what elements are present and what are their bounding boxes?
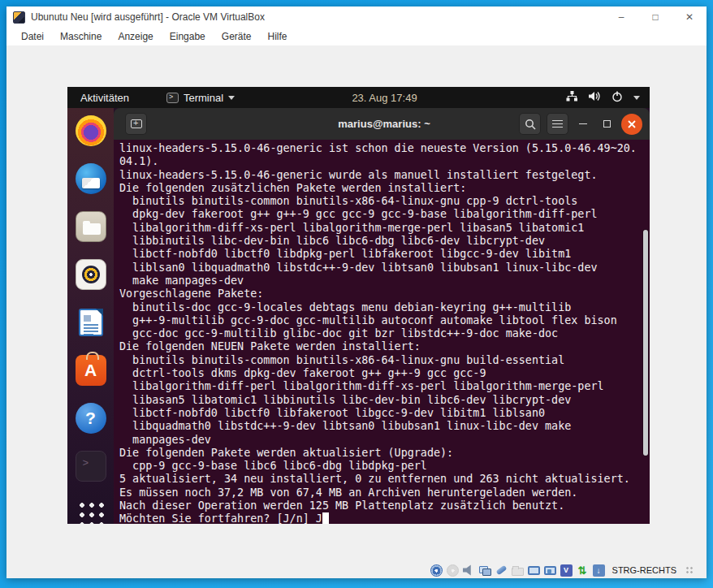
- dock-item-help[interactable]: [75, 403, 107, 434]
- terminal-headerbar: marius@marius: ~: [114, 108, 650, 140]
- terminal-line: make manpages-dev: [119, 275, 647, 288]
- hamburger-icon: [552, 120, 563, 128]
- terminal-line: libbinutils libc-dev-bin libc6 libc6-dbg…: [119, 235, 647, 248]
- close-icon: [627, 119, 637, 129]
- terminal-line: Vorgeschlagene Pakete:: [119, 288, 647, 300]
- app-grid-icon: [77, 500, 105, 524]
- menu-item-anzeige[interactable]: Anzeige: [110, 29, 161, 44]
- shared-folders-status-icon[interactable]: [512, 568, 524, 576]
- keyboard-capture-status-icon[interactable]: [593, 564, 605, 577]
- guest-desktop: marius@marius: ~ linux-headers-5.15.0-46…: [67, 108, 650, 524]
- system-status-area[interactable]: [566, 91, 640, 105]
- vbox-statusbar: STRG-RECHTS: [6, 562, 707, 578]
- rhythmbox-icon: [76, 259, 106, 290]
- vbox-menubar: DateiMaschineAnzeigeEingabeGeräteHilfe: [6, 28, 707, 45]
- search-icon: [525, 119, 536, 130]
- dock-item-libreoffice-writer[interactable]: [75, 307, 107, 338]
- terminal-line: linux-headers-5.15.0-46-generic ist scho…: [119, 142, 647, 155]
- dock-item-terminal-running[interactable]: [75, 451, 107, 482]
- virtualbox-vm-icon: [13, 11, 25, 24]
- terminal-line: libalgorithm-diff-perl libalgorithm-diff…: [119, 380, 647, 393]
- dock: [67, 108, 114, 524]
- terminal-search-button[interactable]: [519, 113, 541, 135]
- chevron-down-icon: [633, 96, 640, 100]
- mouse-integration-status-icon[interactable]: [577, 564, 589, 577]
- terminal-window: marius@marius: ~ linux-headers-5.15.0-46…: [114, 108, 650, 524]
- activities-button[interactable]: Aktivitäten: [77, 92, 132, 104]
- menu-item-eingabe[interactable]: Eingabe: [162, 29, 214, 44]
- terminal-line: 04.1).: [119, 155, 647, 168]
- help-icon: [76, 403, 106, 434]
- recording-status-icon[interactable]: [544, 566, 556, 575]
- resize-grip[interactable]: [685, 566, 694, 574]
- terminal-line: libctf-nobfd0 libctf0 libfakeroot libgcc…: [119, 407, 647, 420]
- app-menu-terminal[interactable]: Terminal: [166, 92, 235, 104]
- dock-item-thunderbird[interactable]: [75, 163, 107, 194]
- menu-item-hilfe[interactable]: Hilfe: [259, 29, 295, 44]
- virtualization-status-icon[interactable]: [560, 564, 573, 577]
- terminal-line: Nach dieser Operation werden 125 MB Plat…: [119, 499, 647, 512]
- terminal-line: g++-9-multilib gcc-9-doc gcc-multilib au…: [119, 314, 647, 327]
- terminal-line: libasan5 libatomic1 libbinutils libc-dev…: [119, 394, 647, 407]
- minimize-icon: [579, 123, 587, 125]
- firefox-icon: [76, 115, 106, 146]
- terminal-line: 5 aktualisiert, 34 neu installiert, 0 zu…: [119, 473, 647, 486]
- terminal-line: binutils-doc gcc-9-locales debtags menu …: [119, 301, 647, 314]
- thunderbird-icon: [76, 163, 106, 194]
- terminal-menu-button[interactable]: [547, 113, 568, 135]
- terminal-line: libctf-nobfd0 libctf0 libdpkg-perl libfa…: [119, 248, 647, 261]
- dock-item-app-grid[interactable]: [75, 499, 107, 524]
- vbox-window-title: Ubunutu Neu [wird ausgeführt] - Oracle V…: [31, 11, 265, 23]
- hdd-status-icon[interactable]: [430, 564, 443, 577]
- volume-icon: [589, 91, 601, 104]
- terminal-restore-button[interactable]: [598, 113, 616, 135]
- terminal-minimize-button[interactable]: [574, 113, 592, 135]
- display-status-icon[interactable]: [528, 566, 540, 575]
- vbox-close-button[interactable]: ✕: [672, 6, 707, 28]
- terminal-cursor: [322, 512, 329, 524]
- gnome-top-bar: Aktivitäten Terminal 23. Aug 17:49: [67, 87, 650, 108]
- vbox-maximize-button[interactable]: □: [638, 6, 672, 28]
- guest-screen: Aktivitäten Terminal 23. Aug 17:49: [67, 87, 650, 524]
- restore-icon: [603, 120, 611, 128]
- files-icon: [76, 211, 106, 242]
- libreoffice-writer-icon: [79, 309, 103, 336]
- dock-item-rhythmbox[interactable]: [75, 259, 107, 290]
- network-icon: [566, 91, 578, 104]
- audio-status-icon[interactable]: [463, 564, 475, 577]
- menu-item-datei[interactable]: Datei: [13, 29, 52, 44]
- terminal-title: marius@marius: ~: [338, 118, 430, 130]
- network-status-icon[interactable]: [479, 564, 491, 577]
- terminal-line: dctrl-tools dkms dpkg-dev fakeroot g++ g…: [119, 367, 647, 380]
- dock-item-firefox[interactable]: [75, 115, 107, 146]
- vbox-window-controls: – □ ✕: [604, 6, 707, 28]
- terminal-line: dpkg-dev fakeroot g++ g++-9 gcc gcc-9 gc…: [119, 208, 647, 221]
- terminal-output: linux-headers-5.15.0-46-generic ist scho…: [114, 140, 650, 524]
- terminal-line: Die folgenden NEUEN Pakete werden instal…: [119, 340, 647, 353]
- dock-item-files[interactable]: [75, 211, 107, 242]
- usb-status-icon[interactable]: [495, 564, 508, 577]
- terminal-close-button[interactable]: [621, 114, 642, 135]
- terminal-line: libalgorithm-diff-xs-perl libalgorithm-m…: [119, 222, 647, 235]
- cd-status-icon[interactable]: [447, 564, 459, 577]
- terminal-line: Die folgenden zusätzlichen Pakete werden…: [119, 182, 647, 195]
- terminal-running-icon: [76, 451, 106, 482]
- dock-item-ubuntu-software[interactable]: [75, 355, 107, 386]
- terminal-line: Es müssen noch 37,2 MB von 67,4 MB an Ar…: [119, 486, 647, 499]
- terminal-scrollbar[interactable]: [643, 230, 648, 456]
- terminal-line: manpages-dev: [119, 434, 647, 447]
- terminal-line: binutils binutils-common binutils-x86-64…: [119, 195, 647, 208]
- clock-button[interactable]: 23. Aug 17:49: [352, 92, 417, 104]
- host-key-label: STRG-RECHTS: [612, 565, 676, 575]
- terminal-line: cpp-9 gcc-9-base libc6 libc6-dbg libdpkg…: [119, 460, 647, 473]
- statusbar-icons: [430, 564, 605, 577]
- terminal-line: liblsan0 libquadmath0 libstdc++-9-dev li…: [119, 262, 647, 275]
- menu-item-gerte[interactable]: Geräte: [214, 29, 260, 44]
- ubuntu-software-icon: [76, 355, 106, 386]
- new-tab-button[interactable]: [125, 113, 147, 135]
- vbox-minimize-button[interactable]: –: [604, 6, 638, 28]
- new-tab-icon: [131, 119, 142, 128]
- terminal-line: Möchten Sie fortfahren? [J/n] J: [119, 512, 647, 524]
- menu-item-maschine[interactable]: Maschine: [52, 29, 110, 44]
- app-menu-label: Terminal: [184, 92, 223, 104]
